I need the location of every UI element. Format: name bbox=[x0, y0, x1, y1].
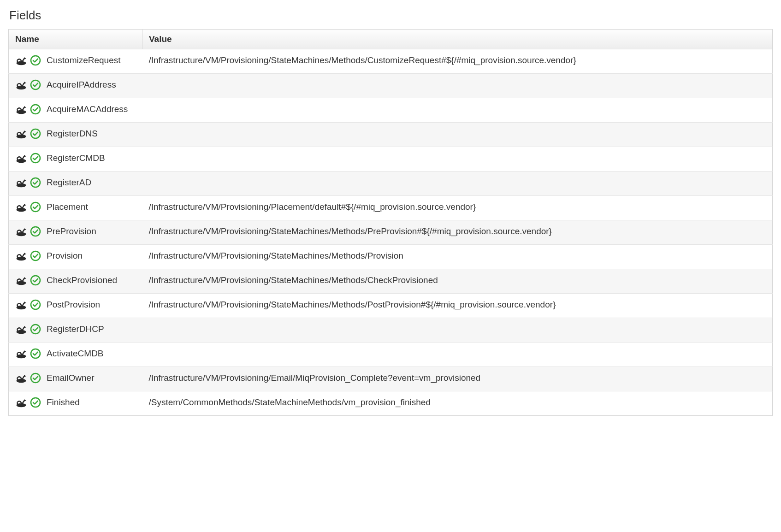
table-row[interactable]: CustomizeRequest/Infrastructure/VM/Provi… bbox=[9, 49, 773, 74]
table-row[interactable]: AcquireMACAddress bbox=[9, 98, 773, 123]
field-name: RegisterCMDB bbox=[47, 153, 105, 163]
field-value: /Infrastructure/VM/Provisioning/StateMac… bbox=[142, 220, 773, 245]
state-icon bbox=[15, 80, 27, 90]
check-circle-icon bbox=[30, 177, 41, 188]
state-icon bbox=[15, 373, 27, 383]
table-row[interactable]: RegisterAD bbox=[9, 171, 773, 196]
table-row[interactable]: PreProvision/Infrastructure/VM/Provision… bbox=[9, 220, 773, 245]
field-value bbox=[142, 318, 773, 343]
field-name: RegisterDHCP bbox=[47, 324, 104, 334]
check-circle-icon bbox=[30, 55, 41, 66]
field-value bbox=[142, 98, 773, 123]
field-value: /Infrastructure/VM/Provisioning/StateMac… bbox=[142, 269, 773, 294]
state-icon bbox=[15, 251, 27, 261]
table-row[interactable]: Provision/Infrastructure/VM/Provisioning… bbox=[9, 245, 773, 269]
field-value bbox=[142, 147, 773, 171]
table-row[interactable]: Placement/Infrastructure/VM/Provisioning… bbox=[9, 196, 773, 220]
field-name: Finished bbox=[47, 397, 80, 408]
table-row[interactable]: RegisterCMDB bbox=[9, 147, 773, 171]
field-value bbox=[142, 343, 773, 367]
state-icon bbox=[15, 226, 27, 236]
field-value bbox=[142, 171, 773, 196]
field-value: /Infrastructure/VM/Provisioning/StateMac… bbox=[142, 245, 773, 269]
check-circle-icon bbox=[30, 299, 41, 310]
field-name: AcquireIPAddress bbox=[47, 80, 116, 90]
table-row[interactable]: ActivateCMDB bbox=[9, 343, 773, 367]
state-icon bbox=[15, 275, 27, 285]
field-value: /Infrastructure/VM/Provisioning/StateMac… bbox=[142, 294, 773, 318]
state-icon bbox=[15, 153, 27, 163]
table-row[interactable]: RegisterDHCP bbox=[9, 318, 773, 343]
field-value bbox=[142, 74, 773, 98]
state-icon bbox=[15, 349, 27, 359]
check-circle-icon bbox=[30, 250, 41, 261]
check-circle-icon bbox=[30, 226, 41, 237]
state-icon bbox=[15, 300, 27, 310]
check-circle-icon bbox=[30, 324, 41, 335]
check-circle-icon bbox=[30, 275, 41, 286]
field-value: /Infrastructure/VM/Provisioning/StateMac… bbox=[142, 49, 773, 74]
check-circle-icon bbox=[30, 104, 41, 115]
column-header-name: Name bbox=[9, 30, 142, 49]
field-value bbox=[142, 123, 773, 147]
check-circle-icon bbox=[30, 153, 41, 164]
section-heading: Fields bbox=[9, 8, 773, 23]
state-icon bbox=[15, 55, 27, 65]
field-name: RegisterAD bbox=[47, 177, 91, 188]
state-icon bbox=[15, 202, 27, 212]
state-icon bbox=[15, 104, 27, 114]
state-icon bbox=[15, 177, 27, 188]
field-name: CheckProvisioned bbox=[47, 275, 117, 285]
check-circle-icon bbox=[30, 348, 41, 359]
table-row[interactable]: Finished/System/CommonMethods/StateMachi… bbox=[9, 391, 773, 416]
fields-table: Name Value CustomizeRequest/Infrastructu… bbox=[8, 29, 773, 416]
field-name: PostProvision bbox=[47, 300, 100, 310]
table-row[interactable]: AcquireIPAddress bbox=[9, 74, 773, 98]
field-name: AcquireMACAddress bbox=[47, 104, 128, 114]
check-circle-icon bbox=[30, 201, 41, 213]
state-icon bbox=[15, 324, 27, 334]
field-name: RegisterDNS bbox=[47, 129, 98, 139]
field-value: /Infrastructure/VM/Provisioning/Email/Mi… bbox=[142, 367, 773, 391]
table-row[interactable]: CheckProvisioned/Infrastructure/VM/Provi… bbox=[9, 269, 773, 294]
table-row[interactable]: EmailOwner/Infrastructure/VM/Provisionin… bbox=[9, 367, 773, 391]
check-circle-icon bbox=[30, 397, 41, 408]
field-name: EmailOwner bbox=[47, 373, 94, 383]
field-name: ActivateCMDB bbox=[47, 349, 104, 359]
check-circle-icon bbox=[30, 372, 41, 384]
field-name: Placement bbox=[47, 202, 88, 212]
table-row[interactable]: RegisterDNS bbox=[9, 123, 773, 147]
field-name: PreProvision bbox=[47, 226, 96, 236]
field-value: /Infrastructure/VM/Provisioning/Placemen… bbox=[142, 196, 773, 220]
field-name: Provision bbox=[47, 251, 83, 261]
column-header-value: Value bbox=[142, 30, 773, 49]
state-icon bbox=[15, 129, 27, 139]
state-icon bbox=[15, 397, 27, 408]
field-name: CustomizeRequest bbox=[47, 55, 121, 65]
check-circle-icon bbox=[30, 79, 41, 90]
field-value: /System/CommonMethods/StateMachineMethod… bbox=[142, 391, 773, 416]
check-circle-icon bbox=[30, 128, 41, 139]
table-row[interactable]: PostProvision/Infrastructure/VM/Provisio… bbox=[9, 294, 773, 318]
